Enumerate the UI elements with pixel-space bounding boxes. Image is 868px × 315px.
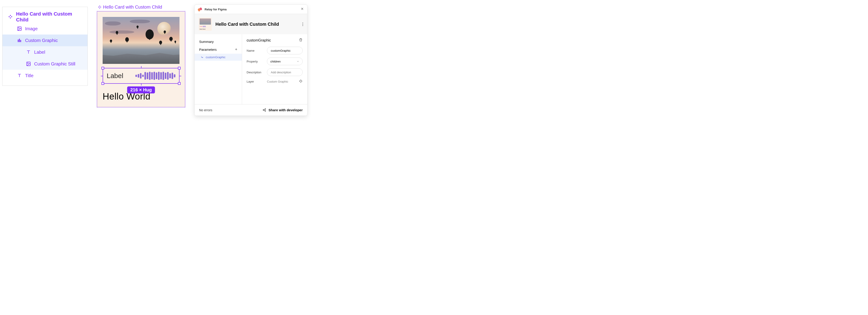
canvas-wrap: Hello Card with Custom Child (97, 4, 185, 107)
plugin-brand-name: Relay for Figma (205, 8, 227, 11)
resize-handle-br[interactable] (178, 82, 181, 85)
details-heading: customGraphic (247, 38, 271, 42)
svg-point-6 (27, 63, 28, 63)
plugin-body: Summary Parameters + customGraphic custo… (195, 34, 307, 104)
sidebar-parameters-label: Parameters (199, 47, 217, 51)
status-no-errors: No errors (199, 108, 212, 112)
dimension-pill: 216 × Hug (127, 86, 155, 94)
svg-rect-4 (20, 40, 21, 42)
svg-point-7 (300, 80, 302, 82)
svg-rect-3 (19, 39, 20, 42)
svg-point-1 (18, 28, 19, 28)
edge-tick-top[interactable] (141, 66, 142, 68)
relay-logo-icon (198, 7, 202, 11)
resize-handle-bl[interactable] (101, 82, 104, 85)
locate-layer-button[interactable] (299, 79, 303, 84)
image-icon (26, 61, 31, 66)
plugin-titlebar: Relay for Figma (195, 5, 307, 14)
resize-handle-tr[interactable] (178, 67, 181, 70)
component-icon (8, 14, 13, 20)
sidebar-parameters[interactable]: Parameters + (195, 45, 242, 54)
description-input[interactable] (267, 68, 303, 76)
description-field-label: Description (247, 71, 264, 74)
layer-still-label: Custom Graphic Still (34, 61, 75, 67)
text-icon (26, 50, 31, 55)
plugin-sidebar: Summary Parameters + customGraphic (195, 34, 242, 104)
hero-image (103, 17, 180, 64)
delete-parameter-button[interactable] (299, 38, 303, 43)
layer-custom-graphic[interactable]: Custom Graphic (2, 35, 88, 46)
plugin-footer: No errors Share with developer (195, 104, 307, 115)
layer-field-value: Custom Graphic (267, 80, 288, 83)
layer-image-label: Image (25, 26, 38, 31)
layer-title-label: Title (25, 73, 33, 78)
property-select[interactable]: children (267, 58, 303, 65)
bars-icon (17, 38, 22, 43)
selection-custom-graphic[interactable]: Label 216 × Hug (103, 68, 180, 84)
layer-custom-graphic-still[interactable]: Custom Graphic Still (2, 58, 88, 70)
child-arrow-icon (201, 56, 204, 59)
add-parameter-icon[interactable]: + (235, 47, 237, 52)
svg-rect-2 (18, 39, 19, 42)
share-icon (262, 108, 266, 112)
component-icon (98, 5, 102, 9)
layer-label[interactable]: Label (2, 46, 88, 58)
property-select-value: children (270, 60, 281, 63)
layer-image[interactable]: Image (2, 23, 88, 35)
chevron-down-icon (297, 60, 299, 63)
layer-tree-panel: Hello Card with Custom Child Image Custo… (2, 7, 88, 86)
selection-label-text: Label (107, 72, 123, 80)
edge-tick-left[interactable] (101, 76, 103, 76)
plugin-header: Label Hello World Hello Card with Custom… (195, 14, 307, 34)
image-icon (17, 26, 22, 31)
more-menu-button[interactable] (303, 23, 303, 26)
resize-handle-tl[interactable] (101, 67, 104, 70)
waveform-graphic (130, 72, 176, 80)
canvas-header-label: Hello Card with Custom Child (103, 4, 162, 10)
layer-root-label: Hello Card with Custom Child (16, 11, 82, 23)
name-input[interactable] (267, 47, 303, 55)
close-button[interactable] (301, 7, 304, 11)
canvas-header[interactable]: Hello Card with Custom Child (97, 4, 185, 10)
layer-title[interactable]: Title (2, 70, 88, 81)
canvas-card[interactable]: Label 216 × Hug Hello World (97, 11, 185, 107)
share-button-label: Share with developer (269, 108, 303, 112)
layer-root[interactable]: Hello Card with Custom Child (2, 11, 88, 23)
layer-label-label: Label (34, 50, 45, 55)
text-icon (17, 73, 22, 78)
edge-tick-right[interactable] (179, 76, 181, 76)
sidebar-param-customgraphic[interactable]: customGraphic (195, 54, 242, 61)
description-input-value[interactable] (270, 70, 299, 74)
edge-tick-bottom[interactable] (141, 83, 142, 85)
layer-custom-graphic-label: Custom Graphic (25, 38, 58, 43)
name-field-label: Name (247, 49, 264, 53)
property-field-label: Property (247, 60, 264, 63)
component-thumbnail: Label Hello World (199, 18, 212, 31)
plugin-details: customGraphic Name Property children Des… (242, 34, 307, 104)
share-with-developer-button[interactable]: Share with developer (262, 108, 303, 112)
sidebar-summary[interactable]: Summary (195, 38, 242, 45)
layer-field-label: Layer (247, 80, 264, 83)
sidebar-summary-label: Summary (199, 40, 214, 43)
relay-plugin-panel: Relay for Figma Label Hello World Hello … (194, 4, 307, 116)
plugin-component-title: Hello Card with Custom Child (215, 22, 279, 27)
name-input-value[interactable] (270, 49, 299, 53)
sidebar-param-label: customGraphic (206, 56, 225, 59)
